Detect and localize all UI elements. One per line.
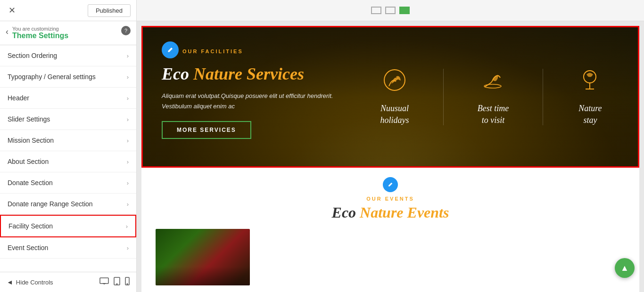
sidebar-item-about-section[interactable]: About Section › — [0, 151, 136, 172]
chevron-right-icon: › — [127, 137, 129, 144]
sidebar-item-event-section[interactable]: Event Section › — [0, 237, 136, 259]
facility-card-2-icon — [478, 67, 509, 97]
nav-list: Section Ordering › Typography / General … — [0, 45, 136, 272]
facility-title: Eco Nature Services — [162, 64, 360, 84]
chevron-right-icon: › — [126, 223, 128, 230]
facility-card-1-icon — [380, 67, 409, 97]
sidebar-item-label: Typography / General settings — [8, 73, 96, 81]
sidebar-item-label: Section Ordering — [8, 52, 57, 59]
toolbar — [137, 0, 644, 21]
sidebar-item-label: Donate Section — [8, 179, 53, 187]
chevron-right-icon: › — [127, 179, 129, 187]
customizing-label: You are customizing — [12, 26, 121, 32]
facility-left: OUR FACILITIES Eco Nature Services Aliqu… — [162, 41, 360, 152]
facility-card-1: Nuusualholidays — [373, 63, 416, 131]
customizing-bar: ‹ You are customizing Theme Settings ? — [0, 21, 136, 45]
facility-card-3-icon — [577, 67, 603, 97]
sidebar-item-donate-range[interactable]: Donate range Range Section › — [0, 194, 136, 215]
chevron-right-icon: › — [127, 73, 129, 81]
hide-controls-button[interactable]: ◄ Hide Controls — [7, 278, 53, 286]
sidebar-item-mission-section[interactable]: Mission Section › — [0, 130, 136, 151]
toolbar-box-2[interactable] — [385, 7, 396, 14]
customizing-text: You are customizing Theme Settings — [12, 26, 121, 40]
sidebar-item-label: Slider Settings — [8, 115, 50, 123]
facility-title-nature: Nature Services — [193, 65, 304, 83]
view-icons — [99, 277, 130, 287]
sidebar-item-slider-settings[interactable]: Slider Settings › — [0, 109, 136, 130]
arrow-left-icon: ◄ — [7, 278, 13, 286]
facility-content: OUR FACILITIES Eco Nature Services Aliqu… — [143, 27, 638, 166]
back-button[interactable]: ‹ — [6, 27, 8, 37]
svg-point-8 — [484, 84, 501, 88]
facility-card-2: Best timeto visit — [471, 63, 516, 131]
preview-area: OUR FACILITIES Eco Nature Services Aliqu… — [137, 21, 644, 292]
events-title: Eco Nature Events — [156, 203, 625, 221]
sidebar-item-facility-section[interactable]: Facility Section › — [0, 215, 136, 237]
chevron-right-icon: › — [127, 116, 129, 123]
close-button[interactable]: ✕ — [6, 4, 18, 16]
facility-section-preview: OUR FACILITIES Eco Nature Services Aliqu… — [141, 26, 639, 168]
facility-card-2-title: Best timeto visit — [478, 103, 509, 126]
svg-rect-0 — [100, 278, 108, 284]
hide-controls-label: Hide Controls — [16, 279, 53, 286]
bottom-bar: ◄ Hide Controls — [0, 272, 136, 292]
more-services-button[interactable]: MORE SERVICES — [162, 121, 251, 139]
facility-title-eco: Eco — [162, 65, 189, 83]
svg-point-4 — [116, 284, 117, 284]
sidebar-item-label: Facility Section — [8, 222, 53, 230]
sidebar-item-label: Event Section — [8, 244, 48, 251]
sidebar-item-donate-section[interactable]: Donate Section › — [0, 172, 136, 194]
published-button[interactable]: Published — [88, 4, 131, 17]
events-subtitle: OUR EVENTS — [156, 196, 625, 202]
sidebar-item-typography[interactable]: Typography / General settings › — [0, 66, 136, 88]
sidebar-item-header[interactable]: Header › — [0, 88, 136, 109]
events-title-eco: Eco — [332, 204, 356, 221]
sidebar-item-label: Mission Section — [8, 137, 54, 144]
sidebar-item-label: Header — [8, 94, 29, 102]
sidebar-item-section-ordering[interactable]: Section Ordering › — [0, 45, 136, 66]
toolbar-box-1[interactable] — [371, 7, 381, 14]
tablet-view-button[interactable] — [114, 277, 120, 287]
facility-pencil-icon[interactable] — [162, 41, 179, 58]
left-panel: ✕ Published ‹ You are customizing Theme … — [0, 0, 137, 292]
svg-point-6 — [127, 284, 127, 284]
events-section-preview: OUR EVENTS Eco Nature Events — [141, 168, 639, 292]
facility-subtitle: OUR FACILITIES — [182, 49, 243, 54]
scroll-to-top-button[interactable]: ▲ — [615, 258, 635, 278]
help-button[interactable]: ? — [121, 26, 131, 35]
facility-right: Nuusualholidays Best timeto visit — [360, 41, 624, 152]
facility-card-1-title: Nuusualholidays — [380, 103, 409, 126]
top-bar: ✕ Published — [0, 0, 136, 21]
event-image-1 — [156, 229, 250, 285]
desktop-view-button[interactable] — [99, 277, 109, 287]
events-pencil-icon[interactable] — [383, 177, 398, 192]
chevron-right-icon: › — [127, 95, 129, 102]
facility-divider-1 — [443, 69, 444, 125]
chevron-right-icon: › — [127, 158, 129, 165]
facility-divider-2 — [543, 69, 543, 125]
events-image-row — [156, 229, 625, 285]
toolbar-box-3[interactable] — [399, 7, 410, 14]
events-title-nature: Nature Events — [360, 204, 449, 221]
mobile-view-button[interactable] — [125, 277, 130, 287]
right-content: OUR FACILITIES Eco Nature Services Aliqu… — [137, 0, 644, 292]
sidebar-item-label: Donate range Range Section — [8, 200, 93, 208]
chevron-right-icon: › — [127, 52, 129, 59]
chevron-right-icon: › — [127, 201, 129, 208]
facility-card-3-title: Naturestay — [577, 103, 603, 126]
theme-title: Theme Settings — [12, 32, 121, 40]
facility-card-3: Naturestay — [570, 63, 610, 131]
chevron-right-icon: › — [127, 244, 129, 251]
facility-description: Aliquam erat volutpat.Quisque posuere el… — [162, 91, 360, 112]
sidebar-item-label: About Section — [8, 158, 49, 165]
